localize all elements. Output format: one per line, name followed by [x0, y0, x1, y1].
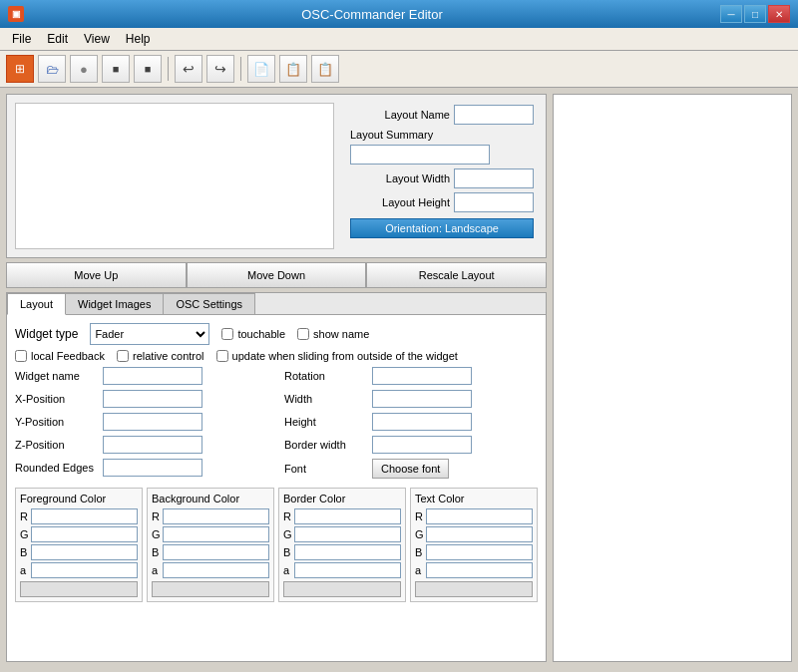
tx-a-input[interactable]	[426, 562, 533, 578]
rounded-edges-input[interactable]	[103, 459, 202, 477]
height-input[interactable]	[372, 413, 472, 431]
left-fields: Widget name X-Position Y-Position Z	[15, 367, 268, 484]
widget-type-label: Widget type	[15, 327, 78, 341]
layout-width-label: Layout Width	[350, 172, 450, 184]
local-feedback-checkbox[interactable]	[15, 350, 27, 362]
doc3-icon[interactable]: 📋	[311, 55, 339, 83]
bd-g-label: G	[283, 528, 294, 540]
rotation-input[interactable]	[372, 367, 472, 385]
bd-b-label: B	[283, 546, 294, 558]
widget-name-input[interactable]	[103, 367, 202, 385]
relative-control-label: relative control	[133, 350, 204, 362]
choose-font-button[interactable]: Choose font	[372, 459, 449, 479]
x-position-row: X-Position	[15, 390, 268, 408]
orientation-button[interactable]: Orientation: Landscape	[350, 218, 534, 238]
tab-osc-settings[interactable]: OSC Settings	[163, 293, 255, 314]
tx-r-input[interactable]	[426, 508, 533, 524]
bg-b-input[interactable]	[163, 544, 269, 560]
bg-r-input[interactable]	[163, 508, 269, 524]
minimize-button[interactable]: ─	[720, 5, 742, 23]
restore-button[interactable]: □	[744, 5, 766, 23]
text-color-group: Text Color R G B a	[410, 488, 538, 602]
menu-help[interactable]: Help	[118, 30, 159, 48]
doc1-icon[interactable]: 📄	[247, 55, 275, 83]
toolbar: ⊞ 🗁 ● ■ ■ ↩ ↪ 📄 📋 📋	[0, 51, 798, 88]
relative-control-checkbox[interactable]	[117, 350, 129, 362]
bg-a-input[interactable]	[163, 562, 269, 578]
update-when-checkbox[interactable]	[216, 350, 228, 362]
record-icon[interactable]: ●	[70, 55, 98, 83]
foreground-color-group: Foreground Color R G B a	[15, 488, 143, 602]
close-button[interactable]: ✕	[768, 5, 790, 23]
update-when-row: update when sliding from outside of the …	[216, 350, 458, 362]
right-fields: Rotation Width Height Border width	[284, 367, 538, 484]
layout-height-label: Layout Height	[350, 196, 450, 208]
stop2-icon[interactable]: ■	[134, 55, 162, 83]
fg-b-input[interactable]	[31, 544, 138, 560]
update-when-label: update when sliding from outside of the …	[232, 350, 458, 362]
bd-g-input[interactable]	[294, 526, 401, 542]
tx-g-input[interactable]	[426, 526, 533, 542]
tab-layout[interactable]: Layout	[7, 293, 66, 315]
bd-a-input[interactable]	[294, 562, 401, 578]
touchable-label: touchable	[237, 328, 285, 340]
bg-g-label: G	[152, 528, 163, 540]
layout-height-input[interactable]	[454, 192, 534, 212]
layout-name-input[interactable]	[454, 105, 534, 125]
height-label: Height	[284, 416, 364, 428]
touchable-checkbox[interactable]	[221, 328, 233, 340]
font-label: Font	[284, 463, 364, 475]
background-color-group: Background Color R G B a	[147, 488, 274, 602]
menu-view[interactable]: View	[76, 30, 118, 48]
local-feedback-row: local Feedback	[15, 350, 105, 362]
tx-b-input[interactable]	[426, 544, 533, 560]
canvas-area[interactable]	[15, 103, 334, 249]
tx-color-preview	[415, 581, 533, 597]
bottom-buttons: Move Up Move Down Rescale Layout	[6, 262, 547, 288]
show-name-checkbox[interactable]	[297, 328, 309, 340]
doc2-icon[interactable]: 📋	[279, 55, 307, 83]
y-position-input[interactable]	[103, 413, 202, 431]
layout-summary-input[interactable]	[350, 145, 490, 165]
rotation-row: Rotation	[284, 367, 538, 385]
border-width-row: Border width	[284, 436, 538, 454]
open-icon[interactable]: 🗁	[38, 55, 66, 83]
font-row: Font Choose font	[284, 459, 538, 479]
bd-b-input[interactable]	[294, 544, 401, 560]
redo-icon[interactable]: ↪	[206, 55, 234, 83]
layout-summary-label: Layout Summary	[350, 129, 450, 141]
move-up-button[interactable]: Move Up	[6, 262, 187, 288]
menu-file[interactable]: File	[4, 30, 39, 48]
show-name-label: show name	[313, 328, 369, 340]
fg-r-input[interactable]	[31, 508, 138, 524]
width-input[interactable]	[372, 390, 472, 408]
fg-a-input[interactable]	[31, 562, 138, 578]
bg-g-input[interactable]	[163, 526, 269, 542]
fg-g-input[interactable]	[31, 526, 138, 542]
menu-edit[interactable]: Edit	[39, 30, 76, 48]
tab-content-layout: Widget type Fader Button Knob Label touc…	[7, 315, 546, 661]
menu-bar: File Edit View Help	[0, 28, 798, 51]
rounded-edges-label: Rounded Edges	[15, 462, 95, 474]
widget-type-select[interactable]: Fader Button Knob Label	[90, 323, 209, 345]
tabs-area: Layout Widget Images OSC Settings Widget…	[6, 292, 547, 662]
relative-control-row: relative control	[117, 350, 204, 362]
bd-r-input[interactable]	[294, 508, 401, 524]
z-position-input[interactable]	[103, 436, 202, 454]
tx-g-label: G	[415, 528, 426, 540]
height-row: Height	[284, 413, 538, 431]
layout-width-input[interactable]	[454, 168, 534, 188]
two-col-form: Widget name X-Position Y-Position Z	[15, 367, 538, 484]
app-icon: ▣	[8, 6, 24, 22]
rescale-button[interactable]: Rescale Layout	[366, 262, 547, 288]
move-down-button[interactable]: Move Down	[187, 262, 367, 288]
undo-icon[interactable]: ↩	[175, 55, 202, 83]
x-position-input[interactable]	[103, 390, 202, 408]
grid-icon[interactable]: ⊞	[6, 55, 34, 83]
border-width-input[interactable]	[372, 436, 472, 454]
fg-g-label: G	[20, 528, 31, 540]
bg-r-label: R	[152, 510, 163, 522]
tab-widget-images[interactable]: Widget Images	[65, 293, 164, 314]
stop-icon[interactable]: ■	[102, 55, 130, 83]
y-position-row: Y-Position	[15, 413, 268, 431]
